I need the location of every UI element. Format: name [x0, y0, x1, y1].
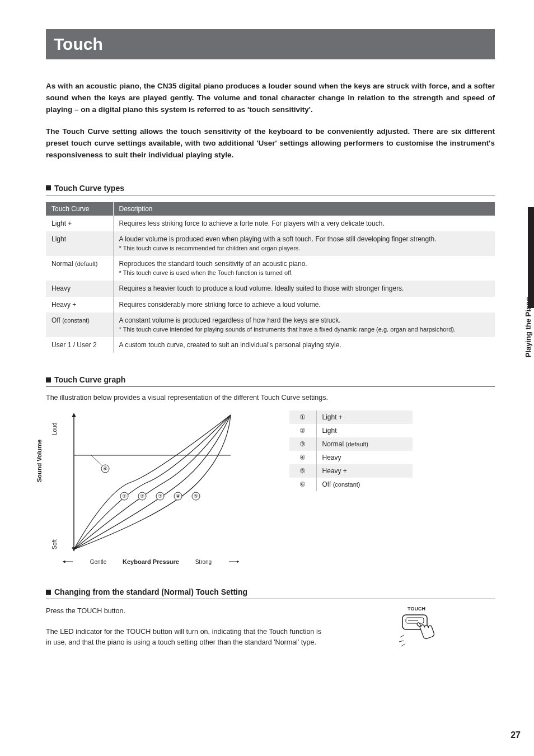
legend-num: ⑥	[289, 478, 316, 491]
touch-curve-table: Touch Curve Description Light + Requires…	[46, 202, 495, 353]
graph-description: The illustration below provides a visual…	[46, 394, 495, 402]
legend-label: Normal (default)	[316, 437, 413, 451]
row-desc: A custom touch curve, created to suit an…	[113, 337, 495, 353]
row-desc: Requires a heavier touch to produce a lo…	[113, 281, 495, 296]
row-name: Light	[46, 231, 113, 256]
change-p1: Press the TOUCH button.	[46, 606, 321, 617]
touch-curve-graph: Sound Volume Loud Soft	[46, 409, 239, 565]
intro-paragraph-1: As with an acoustic piano, the CN35 digi…	[46, 81, 495, 116]
touch-button-label: TOUCH	[338, 606, 495, 612]
section-heading-label: Changing from the standard (Normal) Touc…	[54, 587, 247, 596]
legend-num: ②	[289, 424, 316, 437]
table-header-name: Touch Curve	[46, 202, 113, 216]
svg-line-20	[400, 635, 404, 637]
graph-legend: ①Light + ②Light ③Normal (default) ④Heavy…	[289, 410, 413, 491]
y-axis-title: Sound Volume	[36, 440, 43, 482]
section-heading-graph: Touch Curve graph	[46, 375, 495, 387]
y-axis-soft: Soft	[51, 540, 58, 550]
table-row: Light + Requires less striking force to …	[46, 216, 495, 231]
row-desc: A constant volume is produced regardless…	[113, 312, 495, 337]
x-axis-strong: Strong	[195, 559, 212, 565]
table-row: Normal (default) Reproduces the standard…	[46, 256, 495, 281]
svg-text:③: ③	[158, 493, 162, 499]
table-row: User 1 / User 2 A custom touch curve, cr…	[46, 337, 495, 353]
row-name: User 1 / User 2	[46, 337, 113, 353]
section-heading-change: Changing from the standard (Normal) Touc…	[46, 587, 495, 599]
legend-row: ②Light	[289, 424, 413, 437]
change-text: Press the TOUCH button. The LED indicato…	[46, 606, 321, 657]
row-name: Heavy +	[46, 297, 113, 312]
row-desc: A louder volume is produced even when pl…	[113, 231, 495, 256]
legend-row: ⑥Off (constant)	[289, 478, 413, 491]
square-bullet-icon	[46, 590, 51, 595]
side-tab	[528, 207, 534, 308]
legend-row: ①Light +	[289, 410, 413, 424]
legend-num: ③	[289, 437, 316, 451]
svg-text:①: ①	[122, 493, 127, 499]
legend-row: ③Normal (default)	[289, 437, 413, 451]
legend-label: Light +	[316, 410, 413, 424]
row-name: Off (constant)	[46, 312, 113, 337]
row-name: Light +	[46, 216, 113, 231]
row-name: Normal (default)	[46, 256, 113, 281]
legend-label: Light	[316, 424, 413, 437]
square-bullet-icon	[46, 377, 51, 382]
table-row: Light A louder volume is produced even w…	[46, 231, 495, 256]
page-number: 27	[510, 730, 521, 740]
legend-num: ④	[289, 451, 316, 464]
chart-svg: ① ② ③ ④ ⑤ ⑥	[63, 409, 236, 556]
x-axis-title: Keyboard Pressure	[123, 558, 179, 565]
row-name: Heavy	[46, 281, 113, 296]
legend-num: ①	[289, 410, 316, 424]
legend-num: ⑤	[289, 464, 316, 478]
intro-paragraph-2: The Touch Curve setting allows the touch…	[46, 126, 495, 161]
page-title: Touch	[46, 29, 495, 59]
svg-text:②: ②	[140, 493, 144, 499]
legend-label: Off (constant)	[316, 478, 413, 491]
row-desc: Requires considerably more striking forc…	[113, 297, 495, 312]
square-bullet-icon	[46, 185, 51, 190]
legend-row: ④Heavy	[289, 451, 413, 464]
section-heading-types: Touch Curve types	[46, 184, 495, 195]
section-heading-label: Touch Curve graph	[54, 375, 125, 384]
svg-text:⑥: ⑥	[103, 466, 107, 472]
row-desc: Reproduces the standard touch sensitivit…	[113, 256, 495, 281]
table-row: Heavy + Requires considerably more strik…	[46, 297, 495, 312]
change-p2: The LED indicator for the TOUCH button w…	[46, 627, 321, 648]
svg-line-21	[399, 641, 404, 642]
table-header-row: Touch Curve Description	[46, 202, 495, 216]
y-axis-loud: Loud	[51, 423, 58, 435]
table-row: Heavy Requires a heavier touch to produc…	[46, 281, 495, 296]
legend-label: Heavy	[316, 451, 413, 464]
svg-text:④: ④	[176, 493, 180, 499]
svg-line-22	[401, 644, 405, 646]
side-section-label: Playing the Piano	[524, 297, 532, 357]
row-desc: Requires less striking force to achieve …	[113, 216, 495, 231]
x-axis-gentle: Gentle	[90, 559, 106, 565]
legend-row: ⑤Heavy +	[289, 464, 413, 478]
press-button-icon	[397, 613, 436, 648]
table-header-desc: Description	[113, 202, 495, 216]
table-row: Off (constant) A constant volume is prod…	[46, 312, 495, 337]
legend-label: Heavy +	[316, 464, 413, 478]
svg-line-2	[91, 455, 102, 465]
touch-button-illustration: TOUCH	[338, 606, 495, 657]
svg-text:⑤: ⑤	[194, 493, 198, 499]
section-heading-label: Touch Curve types	[54, 184, 124, 193]
